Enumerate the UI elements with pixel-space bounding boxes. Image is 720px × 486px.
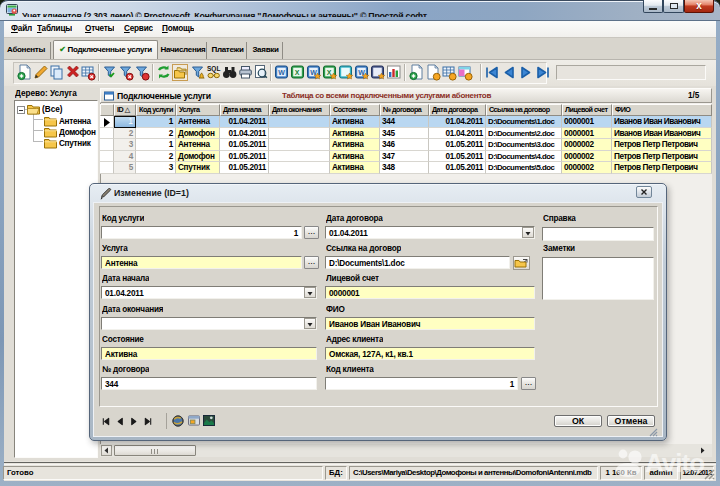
svg-text:W: W (310, 69, 317, 76)
svg-text:W: W (278, 69, 285, 76)
svg-text:SQL: SQL (207, 65, 220, 73)
svg-text:Avito: Avito (645, 448, 704, 477)
svg-text:W: W (358, 69, 365, 76)
svg-text:X: X (295, 69, 300, 76)
svg-text:X: X (327, 69, 332, 76)
